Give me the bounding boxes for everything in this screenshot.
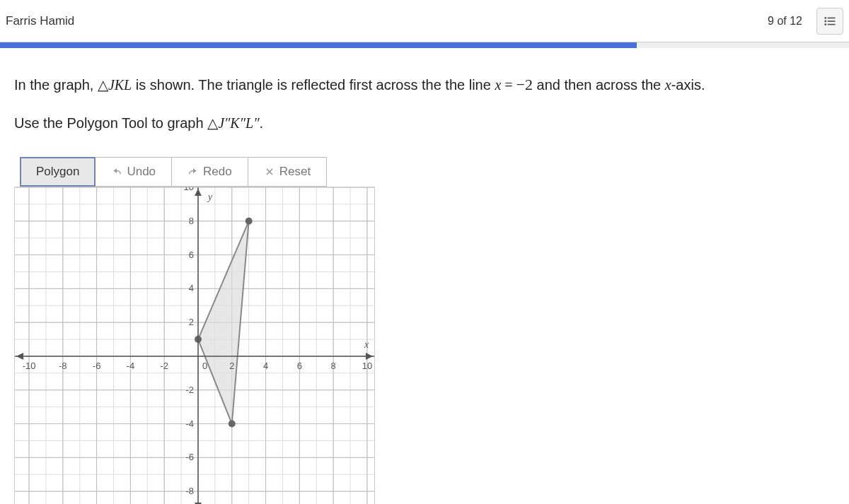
svg-text:-2: -2 — [185, 385, 194, 395]
redo-icon — [187, 166, 199, 177]
svg-rect-4 — [825, 23, 827, 25]
svg-rect-0 — [825, 17, 827, 19]
svg-text:-6: -6 — [185, 452, 194, 462]
svg-text:y: y — [207, 192, 213, 202]
svg-text:4: 4 — [189, 283, 194, 293]
student-name: Farris Hamid — [6, 14, 74, 28]
graph-toolbar: Polygon Undo Redo Reset — [20, 157, 835, 187]
svg-text:x: x — [364, 339, 369, 350]
svg-text:-6: -6 — [93, 361, 101, 371]
svg-text:-10: -10 — [23, 361, 36, 371]
svg-point-76 — [246, 218, 253, 225]
svg-rect-3 — [828, 20, 836, 22]
svg-marker-80 — [366, 353, 373, 360]
triangle-JppKppLpp: △J″K″L″ — [207, 115, 259, 131]
svg-text:10: 10 — [184, 187, 194, 192]
undo-icon — [111, 166, 122, 177]
svg-text:8: 8 — [331, 361, 336, 371]
svg-text:-4: -4 — [185, 418, 194, 429]
svg-point-77 — [229, 421, 236, 428]
svg-text:6: 6 — [189, 250, 194, 260]
svg-text:8: 8 — [189, 216, 194, 226]
svg-text:2: 2 — [229, 361, 234, 371]
progress-bar — [0, 42, 849, 48]
svg-marker-81 — [16, 353, 23, 360]
coordinate-plane[interactable]: -10-8-6-4-20246810-10-8-6-4-2246810xy — [14, 187, 375, 504]
graph-svg: -10-8-6-4-20246810-10-8-6-4-2246810xy — [15, 187, 374, 504]
svg-text:-8: -8 — [59, 361, 67, 371]
svg-text:10: 10 — [362, 361, 372, 371]
undo-button[interactable]: Undo — [96, 157, 172, 187]
header-bar: Farris Hamid 9 of 12 — [0, 0, 849, 42]
triangle-JKL: △JKL — [98, 77, 132, 93]
svg-text:-4: -4 — [127, 361, 135, 371]
list-icon — [823, 14, 837, 28]
svg-marker-82 — [195, 189, 202, 196]
progress-bar-fill — [0, 42, 637, 48]
svg-text:6: 6 — [297, 361, 302, 371]
redo-button[interactable]: Redo — [172, 157, 248, 187]
question-text: In the graph, △JKL is shown. The triangl… — [14, 69, 835, 137]
svg-rect-5 — [828, 23, 836, 25]
svg-text:-8: -8 — [185, 486, 194, 496]
svg-rect-2 — [825, 20, 827, 22]
polygon-tool-button[interactable]: Polygon — [20, 157, 96, 187]
svg-text:-2: -2 — [160, 361, 168, 371]
question-content: In the graph, △JKL is shown. The triangl… — [0, 48, 849, 504]
svg-text:4: 4 — [263, 361, 268, 371]
svg-text:2: 2 — [189, 317, 194, 327]
svg-text:0: 0 — [202, 361, 207, 371]
question-list-button[interactable] — [816, 8, 843, 35]
reset-button[interactable]: Reset — [248, 157, 327, 187]
svg-rect-1 — [828, 17, 836, 18]
close-icon — [264, 166, 275, 177]
progress-counter: 9 of 12 — [768, 15, 802, 28]
